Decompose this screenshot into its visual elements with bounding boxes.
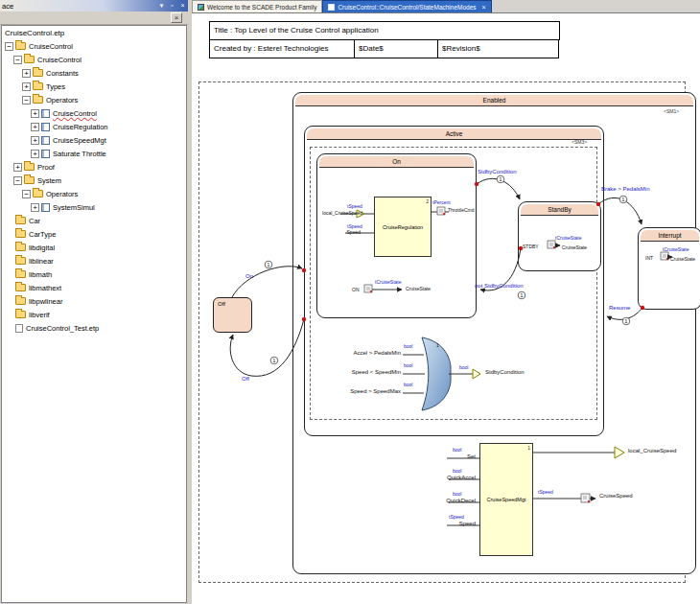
tab-close-icon[interactable]: × [482,4,486,11]
state-standby-header[interactable]: StandBy [521,204,598,216]
expand-toggle-icon[interactable]: + [13,163,22,172]
tab-welcome[interactable]: Welcome to the SCADE Product Family [192,0,322,12]
tree-item-label: Car [29,217,40,225]
block-cruise-speed-mgt-number: 1 [527,445,530,451]
tree-item-libverif[interactable]: libverif [2,308,186,321]
file-tree[interactable]: CruiseControl.etp −CruiseControl−CruiseC… [1,25,187,603]
type-tspeed: tSpeed [449,514,464,520]
tree-item-constants[interactable]: +Constants [2,66,186,80]
tree-item-libdigital[interactable]: libdigital [2,241,186,254]
tree-item-systemsimul[interactable]: +SystemSimul [2,200,186,214]
expand-toggle-icon[interactable]: + [31,150,39,158]
folder-icon [33,69,43,77]
tree-item-label: CruiseSpeedMgt [53,136,106,145]
tree-item-libmathext[interactable]: libmathext [2,281,186,294]
tree-item-label: Operators [46,190,78,198]
tree-item-proof[interactable]: +Proof [2,160,186,174]
folder-icon [15,42,26,50]
tree-item-label: Saturate Throttle [53,150,106,158]
tree-item-types[interactable]: +Types [2,80,186,93]
title-block-row2: Created by : Esterel Technologies $Date$… [209,39,560,58]
tree-item-libpwlinear[interactable]: libpwlinear [2,294,186,308]
block-cruise-speed-mgt[interactable]: CruiseSpeedMgt 1 [479,443,533,556]
expand-toggle-icon[interactable]: − [5,42,13,51]
expand-toggle-icon[interactable]: − [13,176,22,185]
value-stdby: STDBY [523,244,539,249]
state-interrupt-header[interactable]: Interrupt [641,230,699,242]
folder-icon [15,244,26,251]
welcome-tab-icon [198,4,204,11]
file-icon [15,324,23,333]
cond-speedmin: Speed < SpeedMin [324,369,401,375]
title-block-revision: $Revision$ [437,39,559,58]
block-cruise-regulation[interactable]: CruiseRegulation 2 [374,197,432,257]
diagram-canvas[interactable]: Title : Top Level of the Cruise Control … [192,13,700,604]
folder-icon [33,82,43,90]
expand-toggle-icon[interactable]: + [31,109,39,118]
type-tcruisestate: tCruiseState [663,246,689,252]
tree-item-cruisecontrol-test-etp[interactable]: CruiseControl_Test.etp [2,321,186,335]
tree-item-cruisecontrol[interactable]: +CruiseControl [2,106,186,120]
operator-icon [41,150,50,158]
tree-item-liblinear[interactable]: liblinear [2,254,186,267]
state-off[interactable]: Off [213,297,252,333]
editor-area: Welcome to the SCADE Product Family Crui… [192,0,700,604]
type-tspeed: tSpeed [347,203,362,209]
folder-icon [33,190,43,197]
state-active-header[interactable]: Active [307,128,601,140]
tree-item-cruisecontrol[interactable]: −CruiseControl [2,53,186,66]
expand-toggle-icon[interactable]: − [22,96,31,105]
tree-item-operators[interactable]: −Operators [2,93,186,106]
tree-item-car[interactable]: Car [2,214,186,227]
panel-toolbar-close-icon[interactable]: × [171,12,182,23]
expand-toggle-icon[interactable]: + [31,123,39,131]
panel-collapse-icon[interactable]: ▾ [156,1,167,11]
signal-local-cruisespeed: local_CruiseSpeed [293,210,362,216]
workspace-panel-header[interactable]: ace ▾ ▫ × [0,0,188,12]
expand-toggle-icon[interactable]: − [22,190,31,198]
tree-item-label: Operators [46,96,78,105]
state-enabled-header[interactable]: Enabled [295,95,693,106]
folder-icon [24,163,35,171]
panel-pin-icon[interactable]: ▫ [167,1,177,11]
transition-label-not-stdbycondition: not StdbyCondition [475,283,524,289]
tree-item-operators[interactable]: −Operators [2,187,186,200]
folder-icon [24,176,35,184]
type-tcruisestate: tCruiseState [375,279,402,285]
project-root-label[interactable]: CruiseControl.etp [2,26,186,39]
type-bool: bool [453,447,461,453]
state-interrupt[interactable]: Interrupt [638,227,700,310]
folder-icon [15,217,26,224]
state-on-header[interactable]: On [319,156,474,168]
tree-item-saturate-throttle[interactable]: +Saturate Throttle [2,147,186,160]
tree-item-cartype[interactable]: CarType [2,227,186,241]
tree-item-label: Constants [46,69,79,78]
folder-icon [15,284,26,291]
document-tab-bar: Welcome to the SCADE Product Family Crui… [192,0,700,13]
transition-label-off: Off [242,376,249,382]
expand-toggle-icon[interactable]: + [31,203,39,212]
tree-item-label: Types [46,82,65,91]
tree-item-cruiseregulation[interactable]: +CruiseRegulation [2,120,186,133]
folder-icon [15,311,26,318]
tree-item-cruisespeedmgt[interactable]: +CruiseSpeedMgt [2,133,186,147]
tree-item-system[interactable]: −System [2,174,186,187]
type-bool: bool [453,491,461,497]
tab-welcome-label: Welcome to the SCADE Product Family [207,4,316,11]
type-bool: bool [404,382,412,387]
tree-item-libmath[interactable]: libmath [2,267,186,281]
block-cruise-regulation-label: CruiseRegulation [383,224,423,230]
expand-toggle-icon[interactable]: + [31,136,39,145]
panel-close-icon[interactable]: × [177,1,188,11]
expand-toggle-icon[interactable]: − [13,56,22,64]
expand-toggle-icon[interactable]: + [22,82,31,91]
block-cruise-speed-mgt-label: CruiseSpeedMgt [487,497,526,502]
transition-label-brake: Brake > PedalsMin [601,186,650,192]
operator-icon [41,109,50,118]
tab-statemachine[interactable]: CruiseControl::CruiseControl/StateMachin… [322,0,491,12]
operator-icon [41,203,50,212]
tree-item-cruisecontrol[interactable]: −CruiseControl [2,39,186,53]
folder-icon [15,257,26,265]
expand-toggle-icon[interactable]: + [22,69,31,78]
tree-item-label: CruiseControl_Test.etp [26,324,99,333]
